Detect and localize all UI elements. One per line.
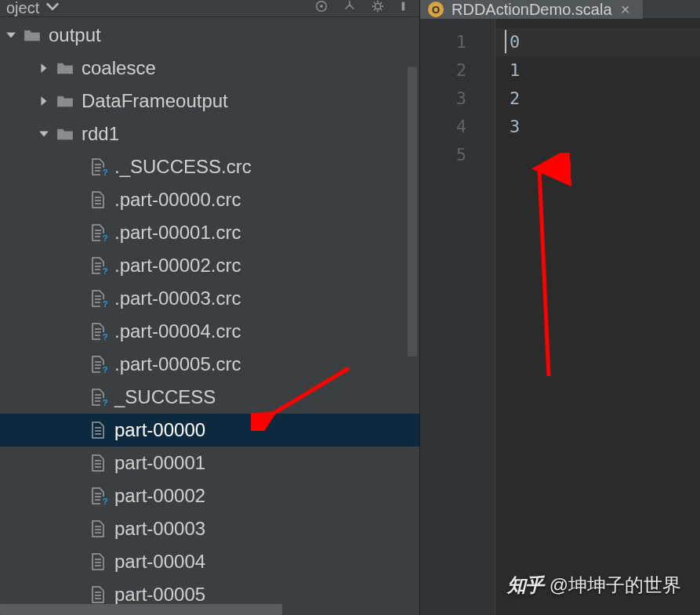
tree-item-label: output <box>49 19 101 52</box>
file-item[interactable]: ?part-00002 <box>0 479 419 512</box>
close-icon[interactable]: ✕ <box>620 2 630 17</box>
zhihu-logo: 知乎 <box>507 573 543 598</box>
tree-item-label: part-00002 <box>114 479 205 512</box>
unknown-badge-icon: ? <box>100 168 110 177</box>
code-line: 3 <box>510 113 700 141</box>
file-item[interactable]: part-00000 <box>0 414 419 447</box>
svg-rect-3 <box>402 2 405 11</box>
disclosure-arrow-icon[interactable] <box>0 30 22 41</box>
file-item[interactable]: .part-00000.crc <box>0 183 419 216</box>
tree-item-label: ._SUCCESS.crc <box>114 150 252 183</box>
tree-item-label: .part-00002.crc <box>114 249 241 282</box>
hide-icon[interactable] <box>399 0 413 17</box>
file-item[interactable]: ?.part-00001.crc <box>0 216 419 249</box>
disclosure-arrow-icon[interactable] <box>33 96 55 107</box>
unknown-badge-icon: ? <box>100 299 110 309</box>
svg-point-1 <box>320 5 323 8</box>
disclosure-arrow-icon[interactable] <box>33 128 55 139</box>
disclosure-arrow-icon[interactable] <box>33 63 55 74</box>
vertical-scrollbar[interactable] <box>408 67 417 356</box>
tree-item-label: .part-00000.crc <box>114 183 241 216</box>
folder-icon <box>22 28 42 42</box>
svg-point-2 <box>375 3 380 9</box>
file-icon: ? <box>88 158 108 175</box>
code-line <box>510 141 700 169</box>
watermark: 知乎 @坤坤子的世界 <box>507 573 681 598</box>
line-number: 2 <box>420 56 466 85</box>
horizontal-scrollbar[interactable] <box>0 604 282 615</box>
collapse-icon[interactable] <box>343 0 357 17</box>
target-icon[interactable] <box>314 0 328 17</box>
folder-icon <box>55 61 75 75</box>
file-icon <box>88 553 108 570</box>
folder-item[interactable]: DataFrameoutput <box>0 85 419 118</box>
file-item[interactable]: ?.part-00004.crc <box>0 315 419 348</box>
folder-item[interactable]: rdd1 <box>0 118 419 150</box>
sidebar-header: oject <box>0 0 419 17</box>
editor-panel: O RDDActionDemo.scala ✕ 12345 0123 <box>419 0 700 615</box>
folder-icon <box>55 94 75 108</box>
tree-item-label: rdd1 <box>82 118 119 150</box>
tree-item-label: .part-00003.crc <box>114 282 241 315</box>
line-number: 1 <box>420 28 466 56</box>
file-icon <box>88 520 108 537</box>
file-icon: ? <box>88 389 108 406</box>
file-icon <box>88 586 108 603</box>
line-number: 3 <box>420 85 466 113</box>
file-icon: ? <box>88 356 108 373</box>
file-icon: ? <box>88 257 108 274</box>
unknown-badge-icon: ? <box>100 398 110 407</box>
tree-item-label: .part-00004.crc <box>114 315 241 348</box>
file-item[interactable]: part-00003 <box>0 512 419 545</box>
project-tree[interactable]: outputcoalesceDataFrameoutputrdd1?._SUCC… <box>0 17 419 615</box>
file-icon: ? <box>88 290 108 307</box>
line-gutter: 12345 <box>420 19 495 615</box>
file-icon: ? <box>88 224 108 241</box>
editor-tabs: O RDDActionDemo.scala ✕ <box>420 0 700 19</box>
unknown-badge-icon: ? <box>100 497 110 506</box>
line-number: 5 <box>420 141 466 169</box>
file-item[interactable]: ?.part-00005.crc <box>0 348 419 381</box>
folder-icon <box>55 127 75 141</box>
file-item[interactable]: part-00001 <box>0 447 419 479</box>
file-item[interactable]: ?._SUCCESS.crc <box>0 150 419 183</box>
tree-item-label: part-00004 <box>114 545 205 578</box>
code-line: 0 <box>510 28 700 56</box>
file-icon <box>88 454 108 472</box>
tree-item-label: DataFrameoutput <box>82 85 228 118</box>
scala-file-icon: O <box>428 2 444 17</box>
panel-title: oject <box>6 0 39 17</box>
file-icon: ? <box>88 487 108 505</box>
folder-item[interactable]: coalesce <box>0 52 419 85</box>
gear-icon[interactable] <box>371 0 385 17</box>
file-icon <box>88 191 108 208</box>
unknown-badge-icon: ? <box>100 365 110 374</box>
tree-item-label: part-00001 <box>114 447 205 479</box>
text-caret <box>505 30 506 53</box>
horizontal-scroll-track <box>0 604 419 615</box>
unknown-badge-icon: ? <box>100 266 110 276</box>
file-item[interactable]: ?.part-00003.crc <box>0 282 419 315</box>
editor-body[interactable]: 12345 0123 <box>420 19 700 615</box>
code-line: 1 <box>510 56 700 85</box>
tree-item-label: .part-00005.crc <box>114 348 241 381</box>
tree-item-label: part-00000 <box>114 414 205 447</box>
line-number: 4 <box>420 113 466 141</box>
folder-item[interactable]: output <box>0 19 419 52</box>
tree-item-label: .part-00001.crc <box>114 216 241 249</box>
chevron-down-icon[interactable] <box>45 0 60 17</box>
file-icon: ? <box>88 323 108 340</box>
unknown-badge-icon: ? <box>100 233 110 243</box>
code-area[interactable]: 0123 <box>495 19 700 615</box>
tree-item-label: _SUCCESS <box>114 381 216 414</box>
file-icon <box>88 421 108 439</box>
file-item[interactable]: part-00004 <box>0 545 419 578</box>
unknown-badge-icon: ? <box>100 332 110 342</box>
file-item[interactable]: ?_SUCCESS <box>0 381 419 414</box>
file-item[interactable]: ?.part-00002.crc <box>0 249 419 282</box>
code-line: 2 <box>510 85 700 113</box>
watermark-text: @坤坤子的世界 <box>549 573 681 598</box>
tree-item-label: coalesce <box>82 52 156 85</box>
tab-rddactiondemo[interactable]: O RDDActionDemo.scala ✕ <box>420 0 643 19</box>
project-sidebar: oject outputcoalesceDataFrameoutputrdd1?… <box>0 0 419 615</box>
